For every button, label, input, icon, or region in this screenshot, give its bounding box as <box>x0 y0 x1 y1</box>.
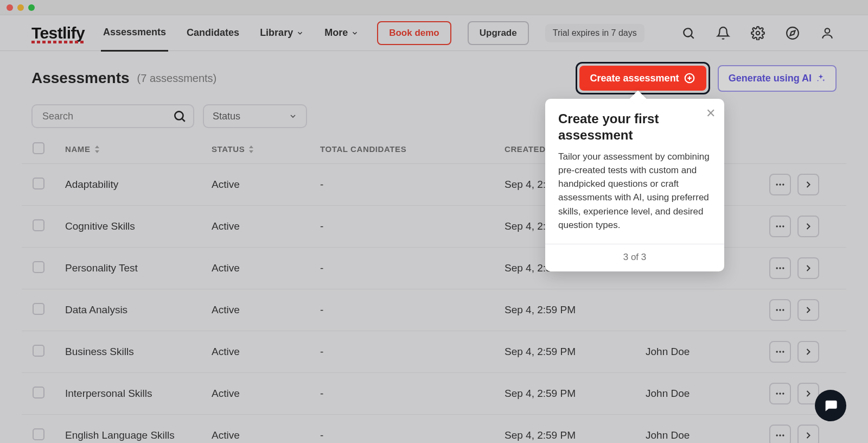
table-row[interactable]: Business SkillsActive-Sep 4, 2:59 PMJohn… <box>22 331 846 372</box>
chat-icon <box>823 398 838 413</box>
svg-point-17 <box>782 183 784 185</box>
filter-bar: Status <box>0 99 868 136</box>
row-total: - <box>320 346 505 358</box>
assessments-count: (7 assessments) <box>137 72 217 85</box>
row-name: Interpersonal Skills <box>65 388 212 400</box>
column-status[interactable]: STATUS <box>212 144 320 154</box>
svg-point-2 <box>756 31 760 35</box>
sort-icon <box>248 145 254 153</box>
row-status: Active <box>212 429 320 441</box>
row-open-button[interactable] <box>797 341 819 363</box>
row-open-button[interactable] <box>797 425 819 443</box>
svg-point-33 <box>776 434 778 436</box>
plus-circle-icon <box>684 72 695 84</box>
popover-title: Create your first assessment <box>558 111 711 143</box>
search-icon[interactable] <box>679 24 698 42</box>
row-created-on: Sep 4, 2:59 PM <box>505 304 646 316</box>
window-zoom-dot[interactable] <box>28 4 35 11</box>
nav-more[interactable]: More <box>322 15 361 50</box>
row-name: Adaptability <box>65 179 212 191</box>
compass-icon[interactable] <box>783 24 802 42</box>
row-checkbox[interactable] <box>33 178 44 189</box>
nav-library[interactable]: Library <box>258 15 306 50</box>
svg-marker-11 <box>95 145 99 148</box>
svg-line-10 <box>182 119 185 122</box>
svg-point-35 <box>782 434 784 436</box>
svg-point-24 <box>776 309 778 311</box>
create-assessment-button[interactable]: Create assessment <box>579 66 706 91</box>
gear-icon[interactable] <box>749 24 767 42</box>
user-icon[interactable] <box>818 24 837 42</box>
svg-point-23 <box>782 267 784 269</box>
row-status: Active <box>212 179 320 191</box>
sparkle-icon <box>816 73 826 83</box>
onboarding-popover: ✕ Create your first assessment Tailor yo… <box>545 99 724 271</box>
row-checkbox[interactable] <box>33 219 44 231</box>
svg-point-3 <box>787 27 799 39</box>
row-created-by: John Doe <box>646 388 765 400</box>
row-status: Active <box>212 220 320 232</box>
row-open-button[interactable] <box>797 257 819 279</box>
row-name: Cognitive Skills <box>65 220 212 232</box>
row-open-button[interactable] <box>797 174 819 195</box>
nav-assessments[interactable]: Assessments <box>101 15 168 52</box>
svg-point-34 <box>779 434 781 436</box>
window-close-dot[interactable] <box>7 4 13 11</box>
row-checkbox[interactable] <box>33 387 44 398</box>
search-input-wrapper[interactable] <box>31 104 194 128</box>
chat-launcher[interactable] <box>815 390 846 421</box>
upgrade-button[interactable]: Upgrade <box>468 21 529 45</box>
sort-icon <box>94 145 100 153</box>
svg-marker-14 <box>249 150 253 153</box>
trial-expiry-chip: Trial expires in 7 days <box>545 24 644 42</box>
svg-point-25 <box>779 309 781 311</box>
popover-body: Tailor your assessment by combining pre-… <box>558 150 711 232</box>
row-checkbox[interactable] <box>33 428 44 440</box>
row-more-button[interactable] <box>769 383 791 404</box>
nav-candidates[interactable]: Candidates <box>184 15 241 50</box>
row-more-button[interactable] <box>769 425 791 443</box>
row-total: - <box>320 304 505 316</box>
bell-icon[interactable] <box>714 24 732 42</box>
table-row[interactable]: Data AnalysisActive-Sep 4, 2:59 PM <box>22 289 846 331</box>
chevron-down-icon <box>351 29 359 37</box>
close-icon[interactable]: ✕ <box>706 106 716 121</box>
assessments-table: NAME STATUS TOTAL CANDIDATES CREATED ON … <box>0 136 868 443</box>
book-demo-button[interactable]: Book demo <box>377 21 451 45</box>
row-more-button[interactable] <box>769 174 791 195</box>
search-icon <box>173 109 187 123</box>
row-name: Business Skills <box>65 346 212 358</box>
row-more-button[interactable] <box>769 257 791 279</box>
row-more-button[interactable] <box>769 341 791 363</box>
generate-ai-button[interactable]: Generate using AI <box>718 65 837 92</box>
generate-ai-label: Generate using AI <box>729 73 812 84</box>
chevron-down-icon <box>296 29 304 37</box>
column-total-candidates[interactable]: TOTAL CANDIDATES <box>320 144 505 154</box>
page-title: Assessments <box>31 69 130 87</box>
svg-point-19 <box>779 225 781 227</box>
table-row[interactable]: Interpersonal SkillsActive-Sep 4, 2:59 P… <box>22 372 846 414</box>
row-created-on: Sep 4, 2:59 PM <box>505 346 646 358</box>
row-checkbox[interactable] <box>33 303 44 315</box>
top-nav: Testlify Assessments Candidates Library … <box>0 15 868 51</box>
row-status: Active <box>212 346 320 358</box>
row-open-button[interactable] <box>797 216 819 237</box>
svg-marker-12 <box>95 150 99 153</box>
row-status: Active <box>212 262 320 274</box>
svg-point-26 <box>782 309 784 311</box>
select-all-checkbox[interactable] <box>33 142 44 154</box>
row-total: - <box>320 179 505 191</box>
row-name: Data Analysis <box>65 304 212 316</box>
column-name[interactable]: NAME <box>65 144 212 154</box>
app-logo[interactable]: Testlify <box>31 24 85 42</box>
row-checkbox[interactable] <box>33 261 44 273</box>
row-more-button[interactable] <box>769 299 791 321</box>
create-assessment-label: Create assessment <box>590 73 679 84</box>
row-open-button[interactable] <box>797 299 819 321</box>
row-checkbox[interactable] <box>33 345 44 357</box>
window-minimize-dot[interactable] <box>17 4 24 11</box>
svg-point-32 <box>782 393 784 394</box>
table-row[interactable]: English Language SkillsActive-Sep 4, 2:5… <box>22 414 846 443</box>
search-input[interactable] <box>33 105 229 127</box>
row-more-button[interactable] <box>769 216 791 237</box>
